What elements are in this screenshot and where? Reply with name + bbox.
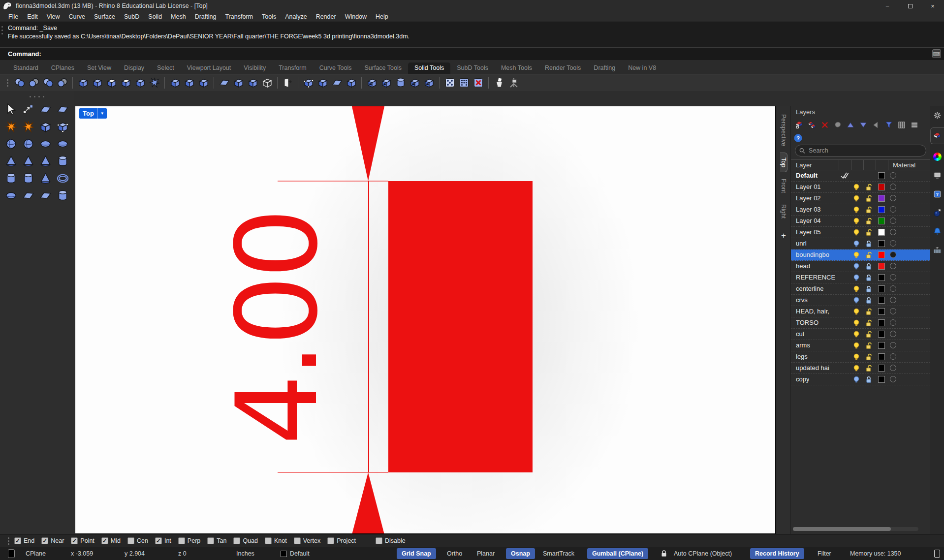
menu-file[interactable]: File xyxy=(4,12,23,22)
layer-row[interactable]: Layer 05 xyxy=(791,227,930,238)
ellipsoid-corner-icon[interactable] xyxy=(55,136,71,152)
layer-color-swatch[interactable] xyxy=(878,376,885,383)
panel-toggle-icon[interactable] xyxy=(934,547,940,560)
trash-solid-icon[interactable] xyxy=(492,76,505,90)
layer-lock-icon[interactable] xyxy=(865,240,872,248)
boolean-difference-icon[interactable] xyxy=(27,76,40,90)
rotate-face-icon[interactable] xyxy=(345,76,358,90)
collapse-icon[interactable] xyxy=(871,120,881,130)
layer-visibility-bulb-icon[interactable] xyxy=(853,353,860,361)
layer-lock-icon[interactable] xyxy=(865,229,872,236)
layer-row[interactable]: arms xyxy=(791,340,930,351)
sphere-quadrant-icon[interactable] xyxy=(20,136,36,152)
layer-color-swatch[interactable] xyxy=(878,319,885,326)
move-layer-up-icon[interactable] xyxy=(845,120,856,130)
checkbox-icon[interactable]: ✓ xyxy=(155,537,162,544)
display-color-icon[interactable] xyxy=(931,150,944,163)
toolbar-tab-subd-tools[interactable]: SubD Tools xyxy=(450,62,495,74)
layer-color-swatch[interactable] xyxy=(878,251,885,258)
status-record-history[interactable]: Record History xyxy=(750,548,804,559)
layer-color-swatch[interactable] xyxy=(878,263,885,270)
layer-material-circle[interactable] xyxy=(890,285,896,292)
layer-lock-icon[interactable] xyxy=(865,297,872,304)
duplicate-layer-icon[interactable] xyxy=(832,120,843,130)
layer-row[interactable]: boundingbo xyxy=(791,249,930,261)
layer-material-circle[interactable] xyxy=(890,308,896,314)
cube-notch-icon[interactable] xyxy=(197,76,210,90)
layer-row[interactable]: crvs xyxy=(791,295,930,306)
paraboloid-icon[interactable] xyxy=(38,170,54,186)
layer-material-circle[interactable] xyxy=(890,297,896,303)
new-sublayer-icon[interactable] xyxy=(807,120,818,130)
place-hole-icon[interactable] xyxy=(379,76,393,90)
pipe-tool-icon[interactable] xyxy=(55,187,71,203)
box-points-icon[interactable] xyxy=(55,119,71,134)
plane-tool-icon[interactable] xyxy=(20,187,36,203)
layer-material-circle[interactable] xyxy=(890,365,896,371)
layer-visibility-bulb-icon[interactable] xyxy=(853,342,860,349)
menu-surface[interactable]: Surface xyxy=(90,12,120,22)
move-face-icon[interactable] xyxy=(316,76,329,90)
status-auto-cplane-object-[interactable]: Auto CPlane (Object) xyxy=(674,547,732,560)
checkbox-icon[interactable]: ✓ xyxy=(41,537,48,544)
layer-visibility-bulb-icon[interactable] xyxy=(853,206,860,214)
move-control-points-icon[interactable] xyxy=(20,101,36,117)
current-layer-color-chip[interactable] xyxy=(8,549,15,558)
display-mode-icon[interactable] xyxy=(931,169,944,182)
viewport-tab-perspective[interactable]: Perspective xyxy=(780,110,787,151)
osnap-toggle-mid[interactable]: ✓Mid xyxy=(101,537,121,544)
viewport-tab-right[interactable]: Right xyxy=(780,200,787,223)
layer-menu-icon[interactable] xyxy=(909,120,920,130)
slab-tool-icon[interactable] xyxy=(38,187,54,203)
command-input[interactable]: Command: ⌨ xyxy=(0,47,944,60)
extrude-curve-icon[interactable] xyxy=(232,76,245,90)
layer-visibility-bulb-icon[interactable] xyxy=(853,376,860,383)
status-smarttrack[interactable]: SmartTrack xyxy=(543,547,574,560)
layers-horizontal-scrollbar[interactable] xyxy=(793,527,918,531)
layer-visibility-bulb-icon[interactable] xyxy=(853,263,860,270)
layer-material-circle[interactable] xyxy=(890,218,896,224)
menu-tools[interactable]: Tools xyxy=(257,12,281,22)
layer-color-swatch[interactable] xyxy=(878,195,885,202)
open-box-icon[interactable] xyxy=(119,76,132,90)
cube-corner-icon[interactable] xyxy=(183,76,196,90)
menu-solid[interactable]: Solid xyxy=(144,12,166,22)
hole-grid-large-icon[interactable] xyxy=(457,76,471,90)
layer-material-circle[interactable] xyxy=(890,331,896,337)
status-gumball-cplane-[interactable]: Gumball (CPlane) xyxy=(587,548,648,559)
delete-layer-icon[interactable] xyxy=(819,120,830,130)
menu-transform[interactable]: Transform xyxy=(220,12,257,22)
layer-row[interactable]: unrl xyxy=(791,238,930,249)
toolbar-tab-select[interactable]: Select xyxy=(151,62,181,74)
smash-icon[interactable] xyxy=(20,119,36,134)
status-memory-use-1350[interactable]: Memory use: 1350 xyxy=(850,547,901,560)
menu-edit[interactable]: Edit xyxy=(23,12,42,22)
help-panel-icon[interactable]: ? xyxy=(931,187,944,200)
layer-material-circle[interactable] xyxy=(890,376,896,382)
torus-icon[interactable] xyxy=(55,170,71,186)
layer-color-swatch[interactable] xyxy=(878,274,885,281)
layer-material-circle[interactable] xyxy=(890,206,896,213)
toolbar-tab-render-tools[interactable]: Render Tools xyxy=(538,62,587,74)
layer-lock-icon[interactable] xyxy=(865,195,872,202)
checkbox-icon[interactable] xyxy=(178,537,185,544)
box-dashed-icon[interactable] xyxy=(133,76,147,90)
layer-row[interactable]: legs xyxy=(791,351,930,363)
osnap-toggle-point[interactable]: ✓Point xyxy=(71,537,94,544)
extrude-polygon-icon[interactable] xyxy=(91,76,104,90)
menu-subd[interactable]: SubD xyxy=(120,12,144,22)
panel-settings-gear-icon[interactable] xyxy=(931,109,944,122)
toolbar-tab-new-in-v8[interactable]: New in V8 xyxy=(622,62,662,74)
toolbar-tab-transform[interactable]: Transform xyxy=(272,62,313,74)
layer-lock-icon[interactable] xyxy=(865,376,872,383)
layer-visibility-bulb-icon[interactable] xyxy=(853,274,860,281)
status-x-3-059[interactable]: x -3.059 xyxy=(71,547,93,560)
toolbar-tab-standard[interactable]: Standard xyxy=(7,62,45,74)
shear-face-icon[interactable] xyxy=(330,76,344,90)
move-layer-down-icon[interactable] xyxy=(858,120,869,130)
layer-lock-icon[interactable] xyxy=(865,342,872,349)
split-solid-icon[interactable] xyxy=(246,76,259,90)
layer-row[interactable]: HEAD, hair, xyxy=(791,306,930,317)
layer-color-swatch[interactable] xyxy=(878,285,885,292)
toolbar-tab-set-view[interactable]: Set View xyxy=(81,62,118,74)
